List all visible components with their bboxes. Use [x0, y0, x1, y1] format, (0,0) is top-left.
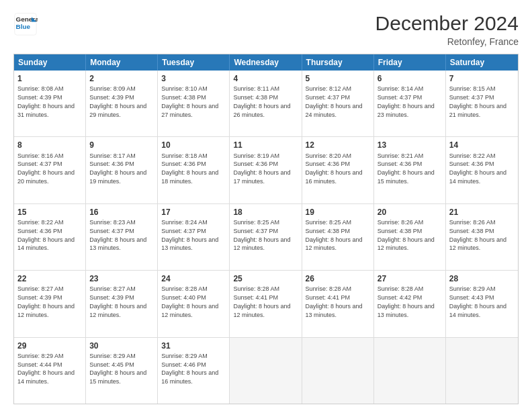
calendar-week-3: 15 Sunrise: 8:22 AM Sunset: 4:36 PM Dayl…: [14, 203, 518, 270]
calendar-body: 1 Sunrise: 8:08 AM Sunset: 4:39 PM Dayli…: [14, 71, 518, 404]
sunset-info: Sunset: 4:38 PM: [233, 94, 278, 101]
svg-text:General: General: [16, 15, 38, 23]
sunrise-info: Sunrise: 8:19 AM: [233, 152, 279, 159]
sunrise-info: Sunrise: 8:17 AM: [89, 152, 136, 159]
header: General Blue December 2024 Retonfey, Fra…: [13, 12, 519, 47]
day-number: 23: [89, 273, 154, 284]
sunset-info: Sunset: 4:40 PM: [161, 294, 206, 301]
sunset-info: Sunset: 4:39 PM: [17, 294, 62, 301]
sunrise-info: Sunrise: 8:28 AM: [378, 285, 424, 292]
sunset-info: Sunset: 4:38 PM: [449, 228, 494, 234]
day-number: 25: [233, 273, 298, 284]
daylight-info: Daylight: 8 hours and 13 minutes.: [306, 303, 363, 318]
sunrise-info: Sunrise: 8:16 AM: [17, 152, 64, 159]
calendar-cell: 30 Sunrise: 8:29 AM Sunset: 4:45 PM Dayl…: [86, 338, 158, 404]
calendar-cell: 8 Sunrise: 8:16 AM Sunset: 4:37 PM Dayli…: [14, 137, 86, 203]
daylight-info: Daylight: 8 hours and 13 minutes.: [378, 303, 435, 318]
day-number: 8: [17, 140, 82, 150]
calendar-cell: 3 Sunrise: 8:10 AM Sunset: 4:38 PM Dayli…: [158, 71, 230, 136]
sunset-info: Sunset: 4:37 PM: [89, 228, 134, 234]
daylight-info: Daylight: 8 hours and 13 minutes.: [89, 236, 146, 252]
daylight-info: Daylight: 8 hours and 27 minutes.: [161, 103, 218, 118]
sunset-info: Sunset: 4:37 PM: [378, 94, 423, 101]
sunrise-info: Sunrise: 8:28 AM: [161, 285, 208, 292]
daylight-info: Daylight: 8 hours and 29 minutes.: [89, 103, 146, 118]
sunrise-info: Sunrise: 8:12 AM: [306, 85, 352, 92]
daylight-info: Daylight: 8 hours and 18 minutes.: [161, 169, 218, 185]
title-block: December 2024 Retonfey, France: [375, 12, 519, 47]
calendar-header: Sunday Monday Tuesday Wednesday Thursday…: [14, 54, 518, 71]
daylight-info: Daylight: 8 hours and 12 minutes.: [17, 303, 75, 318]
day-number: 7: [449, 73, 515, 84]
calendar-cell: [446, 338, 518, 404]
calendar-cell: 10 Sunrise: 8:18 AM Sunset: 4:36 PM Dayl…: [158, 137, 230, 203]
day-number: 14: [449, 140, 515, 150]
sunrise-info: Sunrise: 8:25 AM: [233, 219, 279, 226]
sunset-info: Sunset: 4:45 PM: [89, 361, 134, 368]
sunset-info: Sunset: 4:36 PM: [161, 161, 206, 167]
calendar-cell: 6 Sunrise: 8:14 AM Sunset: 4:37 PM Dayli…: [374, 71, 446, 136]
sunrise-info: Sunrise: 8:11 AM: [233, 85, 279, 92]
daylight-info: Daylight: 8 hours and 23 minutes.: [378, 103, 435, 118]
sunrise-info: Sunrise: 8:09 AM: [89, 85, 136, 92]
page: General Blue December 2024 Retonfey, Fra…: [0, 0, 532, 411]
day-number: 28: [449, 273, 515, 284]
calendar-cell: 27 Sunrise: 8:28 AM Sunset: 4:42 PM Dayl…: [374, 271, 446, 336]
header-saturday: Saturday: [446, 54, 518, 71]
daylight-info: Daylight: 8 hours and 14 minutes.: [449, 303, 506, 318]
sunset-info: Sunset: 4:36 PM: [233, 161, 278, 167]
calendar-cell: 20 Sunrise: 8:26 AM Sunset: 4:38 PM Dayl…: [374, 204, 446, 270]
daylight-info: Daylight: 8 hours and 12 minutes.: [233, 303, 290, 318]
day-number: 5: [306, 73, 370, 84]
calendar-cell: 13 Sunrise: 8:21 AM Sunset: 4:36 PM Dayl…: [374, 137, 446, 203]
day-number: 13: [378, 140, 442, 150]
calendar-cell: [374, 338, 446, 404]
sunset-info: Sunset: 4:36 PM: [306, 161, 351, 167]
calendar-cell: 21 Sunrise: 8:26 AM Sunset: 4:38 PM Dayl…: [446, 204, 518, 270]
calendar-cell: 29 Sunrise: 8:29 AM Sunset: 4:44 PM Dayl…: [14, 338, 86, 404]
calendar-cell: 1 Sunrise: 8:08 AM Sunset: 4:39 PM Dayli…: [14, 71, 86, 136]
daylight-info: Daylight: 8 hours and 12 minutes.: [378, 236, 435, 252]
sunset-info: Sunset: 4:44 PM: [17, 361, 62, 368]
sunset-info: Sunset: 4:43 PM: [449, 294, 494, 301]
sunrise-info: Sunrise: 8:27 AM: [89, 285, 136, 292]
sunrise-info: Sunrise: 8:08 AM: [17, 85, 64, 92]
logo-icon: General Blue: [13, 12, 38, 36]
sunrise-info: Sunrise: 8:28 AM: [306, 285, 352, 292]
daylight-info: Daylight: 8 hours and 12 minutes.: [449, 236, 506, 252]
day-number: 30: [89, 340, 154, 351]
day-number: 29: [17, 340, 82, 351]
calendar-cell: 7 Sunrise: 8:15 AM Sunset: 4:37 PM Dayli…: [446, 71, 518, 136]
day-number: 24: [161, 273, 226, 284]
calendar-cell: 23 Sunrise: 8:27 AM Sunset: 4:39 PM Dayl…: [86, 271, 158, 336]
sunset-info: Sunset: 4:37 PM: [449, 94, 494, 101]
sunrise-info: Sunrise: 8:25 AM: [306, 219, 352, 226]
daylight-info: Daylight: 8 hours and 16 minutes.: [161, 369, 218, 385]
daylight-info: Daylight: 8 hours and 20 minutes.: [17, 169, 75, 185]
logo: General Blue: [13, 12, 38, 36]
sunrise-info: Sunrise: 8:26 AM: [449, 219, 496, 226]
calendar-week-4: 22 Sunrise: 8:27 AM Sunset: 4:39 PM Dayl…: [14, 270, 518, 336]
calendar-cell: 31 Sunrise: 8:29 AM Sunset: 4:46 PM Dayl…: [158, 338, 230, 404]
header-thursday: Thursday: [302, 54, 374, 71]
calendar-cell: 9 Sunrise: 8:17 AM Sunset: 4:36 PM Dayli…: [86, 137, 158, 203]
calendar-cell: [230, 338, 302, 404]
calendar-cell: 28 Sunrise: 8:29 AM Sunset: 4:43 PM Dayl…: [446, 271, 518, 336]
sunrise-info: Sunrise: 8:29 AM: [17, 353, 64, 359]
daylight-info: Daylight: 8 hours and 19 minutes.: [89, 169, 146, 185]
calendar-cell: 4 Sunrise: 8:11 AM Sunset: 4:38 PM Dayli…: [230, 71, 302, 136]
daylight-info: Daylight: 8 hours and 21 minutes.: [449, 103, 506, 118]
sunset-info: Sunset: 4:42 PM: [378, 294, 423, 301]
day-number: 31: [161, 340, 226, 351]
daylight-info: Daylight: 8 hours and 24 minutes.: [306, 103, 363, 118]
day-number: 2: [89, 73, 154, 84]
daylight-info: Daylight: 8 hours and 31 minutes.: [17, 103, 75, 118]
sunrise-info: Sunrise: 8:18 AM: [161, 152, 208, 159]
header-friday: Friday: [374, 54, 446, 71]
sunset-info: Sunset: 4:36 PM: [449, 161, 494, 167]
header-monday: Monday: [86, 54, 158, 71]
sunrise-info: Sunrise: 8:10 AM: [161, 85, 208, 92]
day-number: 19: [306, 207, 370, 218]
subtitle: Retonfey, France: [375, 36, 519, 47]
daylight-info: Daylight: 8 hours and 15 minutes.: [378, 169, 435, 185]
